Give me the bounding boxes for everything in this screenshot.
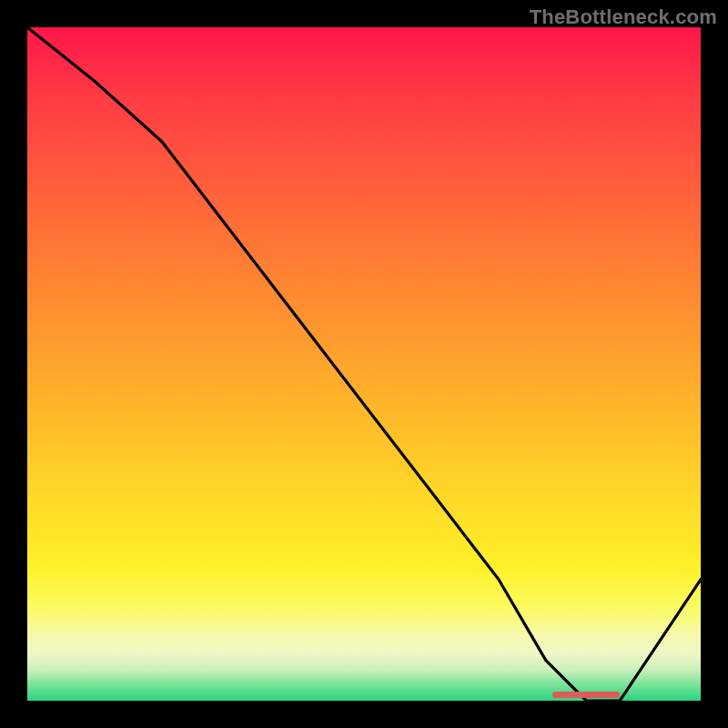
plot-area [27, 27, 701, 701]
watermark-text: TheBottleneck.com [530, 5, 717, 29]
chart-frame: TheBottleneck.com [0, 0, 728, 728]
bottleneck-curve [27, 27, 701, 701]
optimal-range-marker [552, 692, 620, 698]
